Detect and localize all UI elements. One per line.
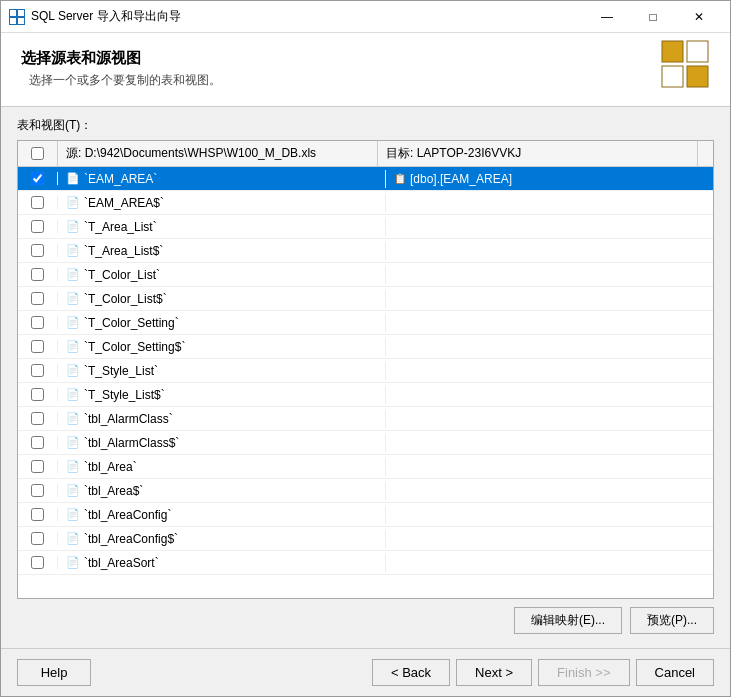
row-source-text: `T_Style_List$` xyxy=(84,388,165,402)
row-target-cell xyxy=(386,321,713,325)
check-column-header xyxy=(18,141,58,166)
table-row[interactable]: 📄`T_Color_Setting$` xyxy=(18,335,713,359)
row-checkbox-cell xyxy=(18,244,58,257)
scrollbar-header-spacer xyxy=(697,141,713,166)
table-icon: 📄 xyxy=(66,556,80,569)
back-button[interactable]: < Back xyxy=(372,659,450,686)
row-checkbox[interactable] xyxy=(31,388,44,401)
row-checkbox[interactable] xyxy=(31,436,44,449)
row-checkbox[interactable] xyxy=(31,508,44,521)
svg-rect-4 xyxy=(662,41,683,62)
select-all-checkbox[interactable] xyxy=(31,147,44,160)
table-row[interactable]: 📄`EAM_AREA$` xyxy=(18,191,713,215)
table-row[interactable]: 📄`tbl_AlarmClass` xyxy=(18,407,713,431)
finish-button[interactable]: Finish >> xyxy=(538,659,629,686)
row-source-cell: 📄`T_Area_List` xyxy=(58,218,386,236)
row-target-cell xyxy=(386,249,713,253)
close-button[interactable]: ✕ xyxy=(676,1,722,33)
table-row[interactable]: 📄`EAM_AREA`📋[dbo].[EAM_AREA] xyxy=(18,167,713,191)
row-checkbox[interactable] xyxy=(31,244,44,257)
row-checkbox[interactable] xyxy=(31,460,44,473)
row-target-cell xyxy=(386,441,713,445)
table-icon: 📄 xyxy=(66,172,80,185)
preview-button[interactable]: 预览(P)... xyxy=(630,607,714,634)
row-checkbox[interactable] xyxy=(31,316,44,329)
row-source-cell: 📄`T_Color_List` xyxy=(58,266,386,284)
table-row[interactable]: 📄`T_Style_List$` xyxy=(18,383,713,407)
row-checkbox-cell xyxy=(18,340,58,353)
row-source-text: `T_Color_Setting$` xyxy=(84,340,185,354)
table-scroll[interactable]: 📄`EAM_AREA`📋[dbo].[EAM_AREA]📄`EAM_AREA$`… xyxy=(18,167,713,598)
row-checkbox[interactable] xyxy=(31,364,44,377)
page-title: 选择源表和源视图 xyxy=(21,49,221,68)
cancel-button[interactable]: Cancel xyxy=(636,659,714,686)
content-section: 表和视图(T)： 源: D:\942\Documents\WHSP\W100_M… xyxy=(1,107,730,648)
row-source-text: `EAM_AREA$` xyxy=(84,196,164,210)
table-row[interactable]: 📄`tbl_AreaConfig` xyxy=(18,503,713,527)
header-section: 选择源表和源视图 选择一个或多个要复制的表和视图。 xyxy=(1,33,730,107)
row-checkbox[interactable] xyxy=(31,172,44,185)
table-row[interactable]: 📄`tbl_AreaSort` xyxy=(18,551,713,575)
table-row[interactable]: 📄`T_Area_List` xyxy=(18,215,713,239)
row-checkbox-cell xyxy=(18,364,58,377)
table-icon: 📄 xyxy=(66,412,80,425)
row-source-cell: 📄`T_Color_List$` xyxy=(58,290,386,308)
table-icon: 📄 xyxy=(66,484,80,497)
table-row[interactable]: 📄`T_Color_List` xyxy=(18,263,713,287)
row-checkbox[interactable] xyxy=(31,484,44,497)
table-row[interactable]: 📄`tbl_AreaConfig$` xyxy=(18,527,713,551)
row-source-text: `T_Color_List` xyxy=(84,268,160,282)
toolbar-row: 编辑映射(E)... 预览(P)... xyxy=(17,599,714,638)
row-target-cell xyxy=(386,465,713,469)
svg-rect-3 xyxy=(18,18,24,24)
row-checkbox-cell xyxy=(18,316,58,329)
table-row[interactable]: 📄`tbl_AlarmClass$` xyxy=(18,431,713,455)
table-icon: 📄 xyxy=(66,196,80,209)
page-subtitle: 选择一个或多个要复制的表和视图。 xyxy=(29,72,221,89)
table-row[interactable]: 📄`T_Style_List` xyxy=(18,359,713,383)
edit-mapping-button[interactable]: 编辑映射(E)... xyxy=(514,607,622,634)
row-target-text: [dbo].[EAM_AREA] xyxy=(410,172,512,186)
row-checkbox-cell xyxy=(18,508,58,521)
table-container: 源: D:\942\Documents\WHSP\W100_M_DB.xls 目… xyxy=(17,140,714,599)
minimize-button[interactable]: — xyxy=(584,1,630,33)
window-controls: — □ ✕ xyxy=(584,1,722,33)
row-source-cell: 📄`T_Style_List` xyxy=(58,362,386,380)
row-source-cell: 📄`T_Area_List$` xyxy=(58,242,386,260)
row-checkbox[interactable] xyxy=(31,268,44,281)
row-checkbox[interactable] xyxy=(31,532,44,545)
next-button[interactable]: Next > xyxy=(456,659,532,686)
row-checkbox[interactable] xyxy=(31,196,44,209)
title-bar: SQL Server 导入和导出向导 — □ ✕ xyxy=(1,1,730,33)
row-source-cell: 📄`tbl_AreaConfig$` xyxy=(58,530,386,548)
row-checkbox[interactable] xyxy=(31,292,44,305)
table-icon: 📄 xyxy=(66,316,80,329)
row-target-cell xyxy=(386,513,713,517)
footer-left: Help xyxy=(17,659,91,686)
table-row[interactable]: 📄`T_Color_List$` xyxy=(18,287,713,311)
row-checkbox-cell xyxy=(18,268,58,281)
footer: Help < Back Next > Finish >> Cancel xyxy=(1,648,730,696)
row-checkbox-cell xyxy=(18,388,58,401)
help-button[interactable]: Help xyxy=(17,659,91,686)
row-checkbox-cell xyxy=(18,556,58,569)
table-row[interactable]: 📄`T_Area_List$` xyxy=(18,239,713,263)
row-target-cell xyxy=(386,201,713,205)
svg-rect-6 xyxy=(662,66,683,87)
table-row[interactable]: 📄`T_Color_Setting` xyxy=(18,311,713,335)
row-checkbox[interactable] xyxy=(31,412,44,425)
row-source-cell: 📄`EAM_AREA$` xyxy=(58,194,386,212)
maximize-button[interactable]: □ xyxy=(630,1,676,33)
row-source-cell: 📄`T_Color_Setting$` xyxy=(58,338,386,356)
table-row[interactable]: 📄`tbl_Area$` xyxy=(18,479,713,503)
row-checkbox[interactable] xyxy=(31,340,44,353)
row-source-cell: 📄`tbl_AreaSort` xyxy=(58,554,386,572)
row-target-cell xyxy=(386,561,713,565)
row-target-cell xyxy=(386,225,713,229)
row-checkbox[interactable] xyxy=(31,220,44,233)
table-row[interactable]: 📄`tbl_Area` xyxy=(18,455,713,479)
row-checkbox[interactable] xyxy=(31,556,44,569)
row-target-cell xyxy=(386,393,713,397)
row-source-text: `tbl_AlarmClass$` xyxy=(84,436,179,450)
row-source-text: `tbl_AreaConfig$` xyxy=(84,532,178,546)
